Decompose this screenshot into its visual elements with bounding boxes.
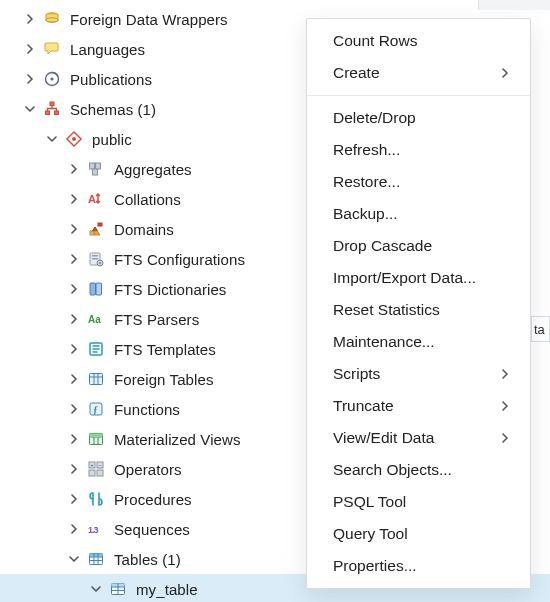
- svg-rect-31: [97, 470, 103, 476]
- tree-item-label: Foreign Data Wrappers: [70, 11, 228, 28]
- chevron-right-icon[interactable]: [66, 251, 82, 267]
- schemas-icon: [42, 99, 62, 119]
- app-root: Foreign Data WrappersLanguagesPublicatio…: [0, 0, 550, 602]
- svg-rect-9: [90, 163, 95, 169]
- collations-icon: A: [86, 189, 106, 209]
- menu-item-reset-statistics[interactable]: Reset Statistics: [307, 294, 530, 326]
- menu-item-search-objects[interactable]: Search Objects...: [307, 454, 530, 486]
- chevron-right-icon[interactable]: [66, 341, 82, 357]
- svg-rect-19: [90, 283, 96, 295]
- chevron-right-icon[interactable]: [66, 281, 82, 297]
- svg-text:+: +: [91, 462, 94, 468]
- tree-item-label: Publications: [70, 71, 152, 88]
- chevron-right-icon[interactable]: [66, 311, 82, 327]
- menu-item-label: Delete/Drop: [333, 109, 416, 127]
- chevron-right-icon[interactable]: [22, 41, 38, 57]
- svg-rect-16: [92, 258, 98, 260]
- tree-item-label: Procedures: [114, 491, 192, 508]
- chevron-right-icon: [500, 430, 510, 446]
- chevron-right-icon[interactable]: [66, 521, 82, 537]
- svg-point-8: [72, 137, 76, 141]
- svg-rect-6: [55, 111, 59, 115]
- svg-point-18: [99, 262, 101, 264]
- menu-item-delete-drop[interactable]: Delete/Drop: [307, 102, 530, 134]
- table-icon: [108, 579, 128, 599]
- chevron-right-icon[interactable]: [22, 11, 38, 27]
- tree-item-label: Collations: [114, 191, 181, 208]
- menu-item-restore[interactable]: Restore...: [307, 166, 530, 198]
- tree-item-label: FTS Templates: [114, 341, 216, 358]
- tables-icon: [86, 549, 106, 569]
- publications-icon: [42, 69, 62, 89]
- chevron-down-icon[interactable]: [66, 551, 82, 567]
- menu-item-import-export-data[interactable]: Import/Export Data...: [307, 262, 530, 294]
- chevron-down-icon[interactable]: [88, 581, 104, 597]
- menu-item-label: Query Tool: [333, 525, 408, 543]
- svg-point-3: [50, 77, 53, 80]
- menu-item-label: Restore...: [333, 173, 400, 191]
- menu-item-view-edit-data[interactable]: View/Edit Data: [307, 422, 530, 454]
- wrappers-icon: [42, 9, 62, 29]
- chevron-right-icon[interactable]: [66, 401, 82, 417]
- chevron-right-icon[interactable]: [66, 191, 82, 207]
- menu-item-refresh[interactable]: Refresh...: [307, 134, 530, 166]
- chevron-right-icon[interactable]: [66, 371, 82, 387]
- menu-item-count-rows[interactable]: Count Rows: [307, 25, 530, 57]
- menu-item-psql-tool[interactable]: PSQL Tool: [307, 486, 530, 518]
- ftspars-icon: Aa: [86, 309, 106, 329]
- tree-item-label: Languages: [70, 41, 145, 58]
- ftstmpl-icon: [86, 339, 106, 359]
- svg-rect-36: [90, 554, 103, 557]
- menu-item-label: Refresh...: [333, 141, 400, 159]
- chevron-down-icon[interactable]: [22, 101, 38, 117]
- aggregates-icon: [86, 159, 106, 179]
- chevron-right-icon[interactable]: [66, 431, 82, 447]
- menu-item-create[interactable]: Create: [307, 57, 530, 89]
- menu-item-drop-cascade[interactable]: Drop Cascade: [307, 230, 530, 262]
- svg-rect-27: [90, 434, 103, 438]
- svg-text:1.3: 1.3: [88, 525, 99, 535]
- operators-icon: +−: [86, 459, 106, 479]
- chevron-right-icon[interactable]: [66, 221, 82, 237]
- tree-item-label: public: [92, 131, 132, 148]
- menu-item-maintenance[interactable]: Maintenance...: [307, 326, 530, 358]
- tree-item-label: Aggregates: [114, 161, 192, 178]
- matviews-icon: [86, 429, 106, 449]
- menu-item-truncate[interactable]: Truncate: [307, 390, 530, 422]
- chevron-down-icon[interactable]: [44, 131, 60, 147]
- chevron-right-icon: [500, 398, 510, 414]
- menu-item-label: Reset Statistics: [333, 301, 440, 319]
- menu-item-query-tool[interactable]: Query Tool: [307, 518, 530, 550]
- tree-item-label: Tables (1): [114, 551, 181, 568]
- tree-item-label: Schemas (1): [70, 101, 156, 118]
- svg-rect-10: [96, 163, 101, 169]
- tree-item-label: Foreign Tables: [114, 371, 214, 388]
- menu-item-properties[interactable]: Properties...: [307, 550, 530, 582]
- tree-item-label: FTS Configurations: [114, 251, 245, 268]
- menu-item-scripts[interactable]: Scripts: [307, 358, 530, 390]
- chevron-right-icon: [500, 65, 510, 81]
- languages-icon: [42, 39, 62, 59]
- menu-item-label: Truncate: [333, 397, 394, 415]
- menu-item-label: Create: [333, 64, 380, 82]
- chevron-right-icon[interactable]: [66, 461, 82, 477]
- menu-item-backup[interactable]: Backup...: [307, 198, 530, 230]
- svg-text:ƒ: ƒ: [93, 404, 98, 415]
- tree-item-label: Operators: [114, 461, 182, 478]
- tree-item-label: Functions: [114, 401, 180, 418]
- chevron-right-icon[interactable]: [66, 491, 82, 507]
- chevron-right-icon[interactable]: [66, 161, 82, 177]
- menu-item-label: Backup...: [333, 205, 398, 223]
- menu-item-label: Properties...: [333, 557, 417, 575]
- menu-item-label: View/Edit Data: [333, 429, 434, 447]
- svg-text:Aa: Aa: [88, 314, 101, 325]
- menu-item-label: Import/Export Data...: [333, 269, 476, 287]
- menu-item-label: Scripts: [333, 365, 380, 383]
- svg-text:−: −: [99, 462, 102, 468]
- svg-rect-13: [98, 223, 102, 226]
- svg-rect-20: [96, 283, 102, 295]
- procedures-icon: [86, 489, 106, 509]
- chevron-right-icon: [500, 366, 510, 382]
- public-icon: [64, 129, 84, 149]
- chevron-right-icon[interactable]: [22, 71, 38, 87]
